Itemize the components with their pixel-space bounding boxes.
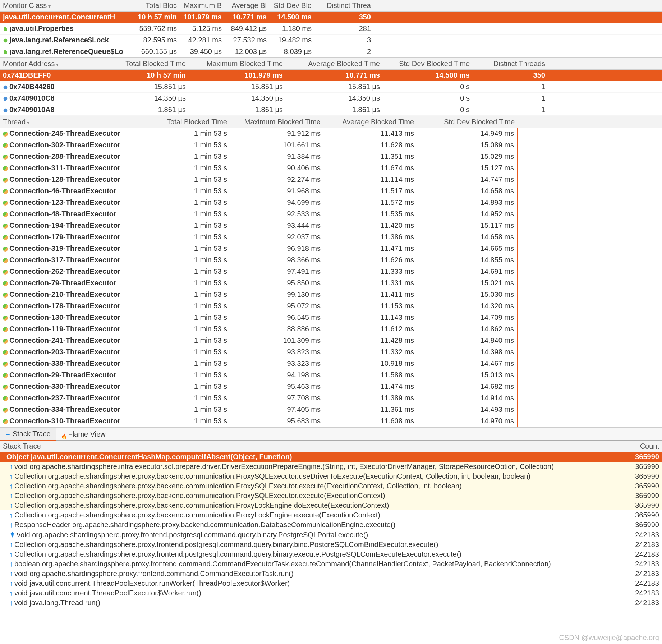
cell-total: 1 min 53 s bbox=[137, 369, 230, 381]
table-row[interactable]: Connection-194-ThreadExecutor1 min 53 s9… bbox=[0, 220, 662, 231]
table-row[interactable]: Connection-334-ThreadExecutor1 min 53 s9… bbox=[0, 404, 662, 415]
col-monitor-class[interactable]: Monitor Class bbox=[0, 0, 135, 12]
col-max-blocked[interactable]: Maximum B bbox=[180, 0, 225, 12]
table-row[interactable]: Connection-210-ThreadExecutor1 min 53 s9… bbox=[0, 289, 662, 300]
stack-frame[interactable]: ↟void org.apache.shardingsphere.proxy.fr… bbox=[0, 530, 662, 540]
table-row[interactable]: java.util.Properties559.762 ms5.125 ms84… bbox=[0, 23, 662, 34]
table-row[interactable]: Connection-338-ThreadExecutor1 min 53 s9… bbox=[0, 358, 662, 369]
up-icon: ↑ bbox=[9, 482, 13, 490]
stack-header-count[interactable]: Count bbox=[613, 441, 662, 452]
cell-total: 14.350 µs bbox=[99, 93, 189, 104]
table-row[interactable]: Connection-79-ThreadExecutor1 min 53 s95… bbox=[0, 277, 662, 289]
stack-frame-text: ↑Collection org.apache.shardingsphere.pr… bbox=[3, 511, 616, 519]
table-row[interactable]: Connection-123-ThreadExecutor1 min 53 s9… bbox=[0, 197, 662, 208]
col-a-std[interactable]: Std Dev Blocked Time bbox=[383, 58, 473, 70]
table-row[interactable]: 0x741DBEFF010 h 57 min101.979 ms10.771 m… bbox=[0, 70, 662, 81]
col-thread[interactable]: Thread bbox=[0, 116, 137, 128]
stack-frame[interactable]: ↑Collection org.apache.shardingsphere.pr… bbox=[0, 491, 662, 501]
table-row[interactable]: Connection-46-ThreadExecutor1 min 53 s91… bbox=[0, 185, 662, 197]
cell-max: 95.463 ms bbox=[230, 381, 323, 392]
table-row[interactable]: java.lang.ref.Reference$Lock82.595 ms42.… bbox=[0, 34, 662, 46]
table-row[interactable]: Connection-302-ThreadExecutor1 min 53 s1… bbox=[0, 139, 662, 151]
col-distinct-threads[interactable]: Distinct Threa bbox=[314, 0, 374, 12]
table-row[interactable]: 0x7409010A81.861 µs1.861 µs1.861 µs0 s1 bbox=[0, 104, 662, 116]
table-row[interactable]: Connection-119-ThreadExecutor1 min 53 s8… bbox=[0, 323, 662, 335]
table-row[interactable]: Connection-128-ThreadExecutor1 min 53 s9… bbox=[0, 174, 662, 185]
table-row[interactable]: Connection-48-ThreadExecutor1 min 53 s92… bbox=[0, 208, 662, 220]
cell-std: 14.709 ms bbox=[417, 312, 518, 323]
cell-avg: 1.861 µs bbox=[286, 104, 383, 116]
table-row[interactable]: Connection-178-ThreadExecutor1 min 53 s9… bbox=[0, 300, 662, 312]
cell-max: 93.823 ms bbox=[230, 346, 323, 358]
cell-std: 15.021 ms bbox=[417, 277, 518, 289]
up-icon: ↑ bbox=[9, 492, 13, 500]
stack-trace-list[interactable]: Object java.util.concurrent.ConcurrentHa… bbox=[0, 452, 662, 608]
stack-frame[interactable]: ↑void java.util.concurrent.ThreadPoolExe… bbox=[0, 579, 662, 588]
stack-frame[interactable]: ↑Collection org.apache.shardingsphere.pr… bbox=[0, 510, 662, 520]
stack-frame[interactable]: ↑void org.apache.shardingsphere.infra.ex… bbox=[0, 462, 662, 472]
up-icon: ↑ bbox=[9, 463, 13, 470]
cell-max: 99.130 ms bbox=[230, 289, 323, 300]
col-a-avg[interactable]: Average Blocked Time bbox=[286, 58, 383, 70]
stack-frame[interactable]: ↑Collection org.apache.shardingsphere.pr… bbox=[0, 472, 662, 481]
table-row[interactable]: Connection-245-ThreadExecutor1 min 53 s9… bbox=[0, 128, 662, 139]
col-t-std[interactable]: Std Dev Blocked Time bbox=[417, 116, 518, 128]
col-a-threads[interactable]: Distinct Threads bbox=[473, 58, 548, 70]
stack-frame[interactable]: ↑Collection org.apache.shardingsphere.pr… bbox=[0, 549, 662, 559]
table-row[interactable]: Connection-310-ThreadExecutor1 min 53 s9… bbox=[0, 415, 662, 427]
table-row[interactable]: Connection-317-ThreadExecutor1 min 53 s9… bbox=[0, 254, 662, 266]
monitor-address-table[interactable]: Monitor Address Total Blocked Time Maxim… bbox=[0, 58, 662, 116]
stack-frame[interactable]: ↑ResponseHeader org.apache.shardingspher… bbox=[0, 520, 662, 530]
tab-stack-trace[interactable]: Stack Trace bbox=[0, 428, 56, 441]
table-row[interactable]: Connection-288-ThreadExecutor1 min 53 s9… bbox=[0, 151, 662, 162]
col-t-avg[interactable]: Average Blocked Time bbox=[323, 116, 417, 128]
table-row[interactable]: Connection-319-ThreadExecutor1 min 53 s9… bbox=[0, 243, 662, 254]
table-row[interactable]: Connection-203-ThreadExecutor1 min 53 s9… bbox=[0, 346, 662, 358]
table-row[interactable]: Connection-29-ThreadExecutor1 min 53 s94… bbox=[0, 369, 662, 381]
stack-frame[interactable]: Object java.util.concurrent.ConcurrentHa… bbox=[0, 452, 662, 462]
thread-table[interactable]: Thread Total Blocked Time Maximum Blocke… bbox=[0, 116, 662, 427]
table-row[interactable]: 0x740B4426015.851 µs15.851 µs15.851 µs0 … bbox=[0, 81, 662, 93]
table-row[interactable]: Connection-262-ThreadExecutor1 min 53 s9… bbox=[0, 266, 662, 277]
col-a-max[interactable]: Maximum Blocked Time bbox=[189, 58, 286, 70]
table-row[interactable]: Connection-130-ThreadExecutor1 min 53 s9… bbox=[0, 312, 662, 323]
col-t-max[interactable]: Maximum Blocked Time bbox=[230, 116, 323, 128]
col-std-blocked[interactable]: Std Dev Blo bbox=[270, 0, 314, 12]
table-row[interactable]: java.lang.ref.ReferenceQueue$Lo660.155 µ… bbox=[0, 46, 662, 58]
cell-threads: 1 bbox=[473, 93, 548, 104]
stack-frame[interactable]: ↑Collection org.apache.shardingsphere.pr… bbox=[0, 481, 662, 491]
split-icon: ↟ bbox=[9, 531, 15, 539]
tab-flame-view[interactable]: Flame View bbox=[56, 428, 111, 440]
thread-name: Connection-310-ThreadExecutor bbox=[0, 415, 137, 427]
thread-name: Connection-338-ThreadExecutor bbox=[0, 358, 137, 369]
col-t-total[interactable]: Total Blocked Time bbox=[137, 116, 230, 128]
stack-header-label[interactable]: Stack Trace bbox=[0, 441, 613, 452]
table-row[interactable]: Connection-241-ThreadExecutor1 min 53 s1… bbox=[0, 335, 662, 346]
cell-threads: 1 bbox=[473, 104, 548, 116]
col-monitor-address[interactable]: Monitor Address bbox=[0, 58, 99, 70]
stack-frame[interactable]: ↑boolean org.apache.shardingsphere.proxy… bbox=[0, 559, 662, 569]
stack-frame[interactable]: ↑void java.util.concurrent.ThreadPoolExe… bbox=[0, 588, 662, 598]
monitor-class-table[interactable]: Monitor Class Total Bloc Maximum B Avera… bbox=[0, 0, 662, 58]
stack-frame[interactable]: ↑void org.apache.shardingsphere.proxy.fr… bbox=[0, 569, 662, 579]
thread-name: Connection-48-ThreadExecutor bbox=[0, 208, 137, 220]
address-icon bbox=[3, 85, 8, 90]
col-a-total[interactable]: Total Blocked Time bbox=[99, 58, 189, 70]
stack-frame[interactable]: ↑void java.lang.Thread.run()242183 bbox=[0, 598, 662, 608]
table-row[interactable]: Connection-330-ThreadExecutor1 min 53 s9… bbox=[0, 381, 662, 392]
cell-max: 1.861 µs bbox=[189, 104, 286, 116]
table-row[interactable]: Connection-311-ThreadExecutor1 min 53 s9… bbox=[0, 162, 662, 174]
table-row[interactable]: Connection-237-ThreadExecutor1 min 53 s9… bbox=[0, 392, 662, 404]
table-row[interactable]: java.util.concurrent.ConcurrentH10 h 57 … bbox=[0, 12, 662, 23]
col-avg-blocked[interactable]: Average Bl bbox=[225, 0, 270, 12]
cell-std: 14.840 ms bbox=[417, 335, 518, 346]
table-row[interactable]: 0x7409010C814.350 µs14.350 µs14.350 µs0 … bbox=[0, 93, 662, 104]
col-total-blocked[interactable]: Total Bloc bbox=[135, 0, 180, 12]
view-tabs: Stack Trace Flame View bbox=[0, 428, 662, 441]
cell-avg: 11.535 ms bbox=[323, 208, 417, 220]
thread-name: Connection-334-ThreadExecutor bbox=[0, 404, 137, 415]
cell-max: 98.366 ms bbox=[230, 254, 323, 266]
table-row[interactable]: Connection-179-ThreadExecutor1 min 53 s9… bbox=[0, 231, 662, 243]
stack-frame[interactable]: ↑Collection org.apache.shardingsphere.pr… bbox=[0, 501, 662, 510]
stack-frame[interactable]: ↑Collection org.apache.shardingsphere.pr… bbox=[0, 540, 662, 549]
